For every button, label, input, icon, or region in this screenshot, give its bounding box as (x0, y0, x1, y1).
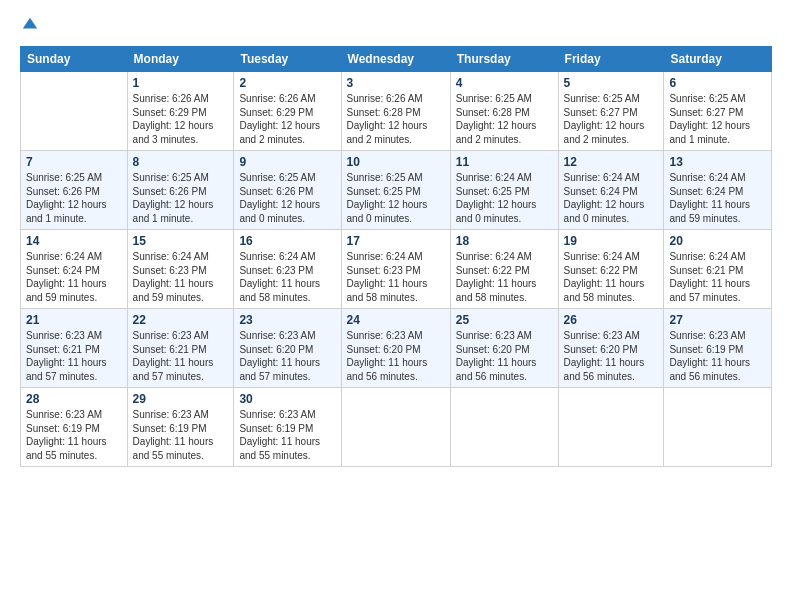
day-cell: 18Sunrise: 6:24 AM Sunset: 6:22 PM Dayli… (450, 230, 558, 309)
week-row-4: 21Sunrise: 6:23 AM Sunset: 6:21 PM Dayli… (21, 309, 772, 388)
day-number: 2 (239, 76, 335, 90)
day-info: Sunrise: 6:25 AM Sunset: 6:28 PM Dayligh… (456, 92, 553, 146)
day-info: Sunrise: 6:25 AM Sunset: 6:27 PM Dayligh… (564, 92, 659, 146)
day-info: Sunrise: 6:24 AM Sunset: 6:23 PM Dayligh… (239, 250, 335, 304)
day-number: 28 (26, 392, 122, 406)
day-info: Sunrise: 6:23 AM Sunset: 6:19 PM Dayligh… (669, 329, 766, 383)
day-cell: 12Sunrise: 6:24 AM Sunset: 6:24 PM Dayli… (558, 151, 664, 230)
day-number: 23 (239, 313, 335, 327)
header (20, 16, 772, 34)
day-number: 25 (456, 313, 553, 327)
day-number: 8 (133, 155, 229, 169)
svg-marker-0 (23, 18, 37, 29)
weekday-header-wednesday: Wednesday (341, 47, 450, 72)
logo (20, 16, 39, 34)
day-cell: 15Sunrise: 6:24 AM Sunset: 6:23 PM Dayli… (127, 230, 234, 309)
day-info: Sunrise: 6:25 AM Sunset: 6:26 PM Dayligh… (26, 171, 122, 225)
day-cell: 26Sunrise: 6:23 AM Sunset: 6:20 PM Dayli… (558, 309, 664, 388)
day-number: 14 (26, 234, 122, 248)
day-cell (21, 72, 128, 151)
day-cell: 9Sunrise: 6:25 AM Sunset: 6:26 PM Daylig… (234, 151, 341, 230)
day-cell: 8Sunrise: 6:25 AM Sunset: 6:26 PM Daylig… (127, 151, 234, 230)
day-info: Sunrise: 6:23 AM Sunset: 6:21 PM Dayligh… (133, 329, 229, 383)
day-info: Sunrise: 6:23 AM Sunset: 6:19 PM Dayligh… (239, 408, 335, 462)
day-number: 27 (669, 313, 766, 327)
weekday-header-friday: Friday (558, 47, 664, 72)
week-row-3: 14Sunrise: 6:24 AM Sunset: 6:24 PM Dayli… (21, 230, 772, 309)
day-number: 1 (133, 76, 229, 90)
day-cell: 2Sunrise: 6:26 AM Sunset: 6:29 PM Daylig… (234, 72, 341, 151)
day-number: 12 (564, 155, 659, 169)
day-number: 30 (239, 392, 335, 406)
day-cell: 5Sunrise: 6:25 AM Sunset: 6:27 PM Daylig… (558, 72, 664, 151)
weekday-header-monday: Monday (127, 47, 234, 72)
day-number: 16 (239, 234, 335, 248)
calendar-table: SundayMondayTuesdayWednesdayThursdayFrid… (20, 46, 772, 467)
day-cell: 16Sunrise: 6:24 AM Sunset: 6:23 PM Dayli… (234, 230, 341, 309)
day-cell: 21Sunrise: 6:23 AM Sunset: 6:21 PM Dayli… (21, 309, 128, 388)
day-info: Sunrise: 6:23 AM Sunset: 6:21 PM Dayligh… (26, 329, 122, 383)
day-cell: 22Sunrise: 6:23 AM Sunset: 6:21 PM Dayli… (127, 309, 234, 388)
page: SundayMondayTuesdayWednesdayThursdayFrid… (0, 0, 792, 612)
day-number: 26 (564, 313, 659, 327)
day-info: Sunrise: 6:23 AM Sunset: 6:20 PM Dayligh… (347, 329, 445, 383)
day-info: Sunrise: 6:24 AM Sunset: 6:24 PM Dayligh… (564, 171, 659, 225)
day-info: Sunrise: 6:26 AM Sunset: 6:29 PM Dayligh… (133, 92, 229, 146)
weekday-header-saturday: Saturday (664, 47, 772, 72)
day-number: 17 (347, 234, 445, 248)
day-cell: 28Sunrise: 6:23 AM Sunset: 6:19 PM Dayli… (21, 388, 128, 467)
day-cell (664, 388, 772, 467)
day-number: 10 (347, 155, 445, 169)
day-number: 7 (26, 155, 122, 169)
day-number: 13 (669, 155, 766, 169)
day-cell: 13Sunrise: 6:24 AM Sunset: 6:24 PM Dayli… (664, 151, 772, 230)
day-info: Sunrise: 6:25 AM Sunset: 6:26 PM Dayligh… (133, 171, 229, 225)
day-cell: 23Sunrise: 6:23 AM Sunset: 6:20 PM Dayli… (234, 309, 341, 388)
day-number: 21 (26, 313, 122, 327)
day-cell: 7Sunrise: 6:25 AM Sunset: 6:26 PM Daylig… (21, 151, 128, 230)
week-row-2: 7Sunrise: 6:25 AM Sunset: 6:26 PM Daylig… (21, 151, 772, 230)
day-number: 15 (133, 234, 229, 248)
day-info: Sunrise: 6:25 AM Sunset: 6:25 PM Dayligh… (347, 171, 445, 225)
day-cell: 19Sunrise: 6:24 AM Sunset: 6:22 PM Dayli… (558, 230, 664, 309)
day-info: Sunrise: 6:24 AM Sunset: 6:24 PM Dayligh… (669, 171, 766, 225)
day-number: 22 (133, 313, 229, 327)
weekday-header-sunday: Sunday (21, 47, 128, 72)
day-number: 11 (456, 155, 553, 169)
day-number: 18 (456, 234, 553, 248)
day-info: Sunrise: 6:23 AM Sunset: 6:20 PM Dayligh… (239, 329, 335, 383)
weekday-header-thursday: Thursday (450, 47, 558, 72)
day-info: Sunrise: 6:26 AM Sunset: 6:29 PM Dayligh… (239, 92, 335, 146)
day-cell (558, 388, 664, 467)
day-cell: 29Sunrise: 6:23 AM Sunset: 6:19 PM Dayli… (127, 388, 234, 467)
day-info: Sunrise: 6:26 AM Sunset: 6:28 PM Dayligh… (347, 92, 445, 146)
day-cell: 1Sunrise: 6:26 AM Sunset: 6:29 PM Daylig… (127, 72, 234, 151)
day-info: Sunrise: 6:24 AM Sunset: 6:23 PM Dayligh… (133, 250, 229, 304)
day-cell (450, 388, 558, 467)
weekday-header-row: SundayMondayTuesdayWednesdayThursdayFrid… (21, 47, 772, 72)
day-cell: 30Sunrise: 6:23 AM Sunset: 6:19 PM Dayli… (234, 388, 341, 467)
day-number: 9 (239, 155, 335, 169)
day-number: 3 (347, 76, 445, 90)
week-row-1: 1Sunrise: 6:26 AM Sunset: 6:29 PM Daylig… (21, 72, 772, 151)
day-cell: 17Sunrise: 6:24 AM Sunset: 6:23 PM Dayli… (341, 230, 450, 309)
day-info: Sunrise: 6:25 AM Sunset: 6:27 PM Dayligh… (669, 92, 766, 146)
day-cell: 27Sunrise: 6:23 AM Sunset: 6:19 PM Dayli… (664, 309, 772, 388)
day-cell: 14Sunrise: 6:24 AM Sunset: 6:24 PM Dayli… (21, 230, 128, 309)
logo-icon (21, 16, 39, 34)
day-info: Sunrise: 6:24 AM Sunset: 6:22 PM Dayligh… (456, 250, 553, 304)
day-number: 29 (133, 392, 229, 406)
day-cell: 11Sunrise: 6:24 AM Sunset: 6:25 PM Dayli… (450, 151, 558, 230)
day-info: Sunrise: 6:24 AM Sunset: 6:24 PM Dayligh… (26, 250, 122, 304)
day-number: 24 (347, 313, 445, 327)
day-cell: 25Sunrise: 6:23 AM Sunset: 6:20 PM Dayli… (450, 309, 558, 388)
day-info: Sunrise: 6:24 AM Sunset: 6:22 PM Dayligh… (564, 250, 659, 304)
day-info: Sunrise: 6:24 AM Sunset: 6:25 PM Dayligh… (456, 171, 553, 225)
day-number: 6 (669, 76, 766, 90)
day-number: 20 (669, 234, 766, 248)
day-info: Sunrise: 6:25 AM Sunset: 6:26 PM Dayligh… (239, 171, 335, 225)
day-info: Sunrise: 6:23 AM Sunset: 6:20 PM Dayligh… (456, 329, 553, 383)
day-info: Sunrise: 6:23 AM Sunset: 6:20 PM Dayligh… (564, 329, 659, 383)
day-cell: 20Sunrise: 6:24 AM Sunset: 6:21 PM Dayli… (664, 230, 772, 309)
day-number: 5 (564, 76, 659, 90)
